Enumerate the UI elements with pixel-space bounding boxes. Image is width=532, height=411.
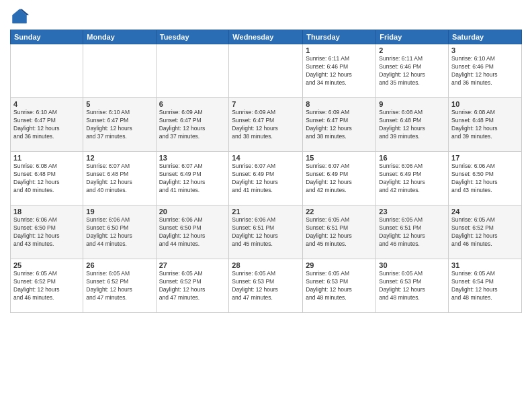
day-number: 22 bbox=[306, 208, 373, 216]
day-info: Sunrise: 6:06 AM Sunset: 6:50 PM Dayligh… bbox=[159, 216, 226, 248]
weekday-header-monday: Monday bbox=[83, 30, 156, 44]
day-cell: 9Sunrise: 6:08 AM Sunset: 6:48 PM Daylig… bbox=[376, 98, 449, 152]
day-info: Sunrise: 6:07 AM Sunset: 6:49 PM Dayligh… bbox=[232, 163, 300, 195]
day-info: Sunrise: 6:05 AM Sunset: 6:52 PM Dayligh… bbox=[86, 270, 152, 302]
day-number: 15 bbox=[306, 154, 373, 162]
day-number: 13 bbox=[159, 154, 226, 162]
day-info: Sunrise: 6:05 AM Sunset: 6:54 PM Dayligh… bbox=[451, 270, 519, 302]
day-info: Sunrise: 6:05 AM Sunset: 6:51 PM Dayligh… bbox=[306, 216, 373, 248]
day-cell: 10Sunrise: 6:08 AM Sunset: 6:48 PM Dayli… bbox=[449, 98, 522, 152]
day-cell: 31Sunrise: 6:05 AM Sunset: 6:54 PM Dayli… bbox=[449, 259, 522, 313]
day-cell: 2Sunrise: 6:11 AM Sunset: 6:46 PM Daylig… bbox=[376, 44, 449, 98]
day-cell: 11Sunrise: 6:08 AM Sunset: 6:48 PM Dayli… bbox=[11, 152, 83, 205]
day-info: Sunrise: 6:05 AM Sunset: 6:53 PM Dayligh… bbox=[306, 270, 373, 302]
svg-rect-2 bbox=[13, 15, 27, 23]
day-cell: 5Sunrise: 6:10 AM Sunset: 6:47 PM Daylig… bbox=[83, 98, 156, 152]
day-info: Sunrise: 6:09 AM Sunset: 6:47 PM Dayligh… bbox=[232, 109, 300, 141]
day-cell: 20Sunrise: 6:06 AM Sunset: 6:50 PM Dayli… bbox=[156, 205, 229, 259]
day-number: 28 bbox=[232, 261, 300, 269]
day-cell: 14Sunrise: 6:07 AM Sunset: 6:49 PM Dayli… bbox=[229, 152, 303, 205]
day-info: Sunrise: 6:08 AM Sunset: 6:48 PM Dayligh… bbox=[379, 109, 445, 141]
day-info: Sunrise: 6:06 AM Sunset: 6:50 PM Dayligh… bbox=[451, 163, 519, 195]
day-number: 8 bbox=[306, 100, 373, 108]
day-cell: 3Sunrise: 6:10 AM Sunset: 6:46 PM Daylig… bbox=[449, 44, 522, 98]
day-number: 25 bbox=[13, 261, 80, 269]
day-cell: 22Sunrise: 6:05 AM Sunset: 6:51 PM Dayli… bbox=[303, 205, 376, 259]
day-info: Sunrise: 6:09 AM Sunset: 6:47 PM Dayligh… bbox=[159, 109, 226, 141]
day-cell: 6Sunrise: 6:09 AM Sunset: 6:47 PM Daylig… bbox=[156, 98, 229, 152]
day-number: 17 bbox=[451, 154, 519, 162]
day-number: 30 bbox=[379, 261, 445, 269]
day-cell: 26Sunrise: 6:05 AM Sunset: 6:52 PM Dayli… bbox=[83, 259, 156, 313]
page: SundayMondayTuesdayWednesdayThursdayFrid… bbox=[0, 0, 532, 411]
day-number: 4 bbox=[13, 100, 80, 108]
day-info: Sunrise: 6:06 AM Sunset: 6:50 PM Dayligh… bbox=[86, 216, 152, 248]
day-number: 23 bbox=[379, 208, 445, 216]
day-number: 29 bbox=[306, 261, 373, 269]
day-info: Sunrise: 6:07 AM Sunset: 6:49 PM Dayligh… bbox=[306, 163, 373, 195]
day-cell: 19Sunrise: 6:06 AM Sunset: 6:50 PM Dayli… bbox=[83, 205, 156, 259]
day-number: 6 bbox=[159, 100, 226, 108]
day-info: Sunrise: 6:08 AM Sunset: 6:48 PM Dayligh… bbox=[13, 163, 80, 195]
day-cell: 27Sunrise: 6:05 AM Sunset: 6:52 PM Dayli… bbox=[156, 259, 229, 313]
calendar-table: SundayMondayTuesdayWednesdayThursdayFrid… bbox=[10, 30, 522, 313]
day-cell: 8Sunrise: 6:09 AM Sunset: 6:47 PM Daylig… bbox=[303, 98, 376, 152]
day-number: 7 bbox=[232, 100, 300, 108]
day-info: Sunrise: 6:06 AM Sunset: 6:51 PM Dayligh… bbox=[232, 216, 300, 248]
day-cell: 13Sunrise: 6:07 AM Sunset: 6:49 PM Dayli… bbox=[156, 152, 229, 205]
day-info: Sunrise: 6:09 AM Sunset: 6:47 PM Dayligh… bbox=[306, 109, 373, 141]
day-number: 12 bbox=[86, 154, 152, 162]
day-cell: 7Sunrise: 6:09 AM Sunset: 6:47 PM Daylig… bbox=[229, 98, 303, 152]
day-cell: 30Sunrise: 6:05 AM Sunset: 6:53 PM Dayli… bbox=[376, 259, 449, 313]
day-cell bbox=[11, 44, 83, 98]
weekday-header-tuesday: Tuesday bbox=[156, 30, 229, 44]
day-number: 24 bbox=[451, 208, 519, 216]
weekday-header-sunday: Sunday bbox=[11, 30, 83, 44]
day-info: Sunrise: 6:07 AM Sunset: 6:48 PM Dayligh… bbox=[86, 163, 152, 195]
day-number: 1 bbox=[306, 46, 373, 54]
day-number: 3 bbox=[451, 46, 519, 54]
day-info: Sunrise: 6:06 AM Sunset: 6:50 PM Dayligh… bbox=[13, 216, 80, 248]
weekday-header-thursday: Thursday bbox=[303, 30, 376, 44]
day-cell: 25Sunrise: 6:05 AM Sunset: 6:52 PM Dayli… bbox=[11, 259, 83, 313]
day-cell bbox=[229, 44, 303, 98]
day-number: 26 bbox=[86, 261, 152, 269]
weekday-header-saturday: Saturday bbox=[449, 30, 522, 44]
day-info: Sunrise: 6:10 AM Sunset: 6:47 PM Dayligh… bbox=[13, 109, 80, 141]
day-cell: 29Sunrise: 6:05 AM Sunset: 6:53 PM Dayli… bbox=[303, 259, 376, 313]
day-cell: 1Sunrise: 6:11 AM Sunset: 6:46 PM Daylig… bbox=[303, 44, 376, 98]
day-cell: 4Sunrise: 6:10 AM Sunset: 6:47 PM Daylig… bbox=[11, 98, 83, 152]
day-info: Sunrise: 6:05 AM Sunset: 6:53 PM Dayligh… bbox=[232, 270, 300, 302]
day-number: 5 bbox=[86, 100, 152, 108]
day-info: Sunrise: 6:10 AM Sunset: 6:47 PM Dayligh… bbox=[86, 109, 152, 141]
day-info: Sunrise: 6:06 AM Sunset: 6:49 PM Dayligh… bbox=[379, 163, 445, 195]
weekday-header-row: SundayMondayTuesdayWednesdayThursdayFrid… bbox=[11, 30, 522, 44]
day-cell: 17Sunrise: 6:06 AM Sunset: 6:50 PM Dayli… bbox=[449, 152, 522, 205]
day-cell: 28Sunrise: 6:05 AM Sunset: 6:53 PM Dayli… bbox=[229, 259, 303, 313]
week-row-5: 25Sunrise: 6:05 AM Sunset: 6:52 PM Dayli… bbox=[11, 259, 522, 313]
logo bbox=[10, 7, 32, 26]
day-number: 2 bbox=[379, 46, 445, 54]
day-cell: 12Sunrise: 6:07 AM Sunset: 6:48 PM Dayli… bbox=[83, 152, 156, 205]
day-info: Sunrise: 6:05 AM Sunset: 6:52 PM Dayligh… bbox=[13, 270, 80, 302]
day-info: Sunrise: 6:11 AM Sunset: 6:46 PM Dayligh… bbox=[306, 55, 373, 87]
day-cell: 24Sunrise: 6:05 AM Sunset: 6:52 PM Dayli… bbox=[449, 205, 522, 259]
day-cell bbox=[156, 44, 229, 98]
week-row-1: 1Sunrise: 6:11 AM Sunset: 6:46 PM Daylig… bbox=[11, 44, 522, 98]
week-row-2: 4Sunrise: 6:10 AM Sunset: 6:47 PM Daylig… bbox=[11, 98, 522, 152]
day-number: 21 bbox=[232, 208, 300, 216]
weekday-header-wednesday: Wednesday bbox=[229, 30, 303, 44]
header bbox=[10, 7, 522, 26]
day-cell bbox=[83, 44, 156, 98]
day-info: Sunrise: 6:05 AM Sunset: 6:52 PM Dayligh… bbox=[451, 216, 519, 248]
day-info: Sunrise: 6:05 AM Sunset: 6:52 PM Dayligh… bbox=[159, 270, 226, 302]
day-info: Sunrise: 6:05 AM Sunset: 6:51 PM Dayligh… bbox=[379, 216, 445, 248]
day-number: 20 bbox=[159, 208, 226, 216]
day-info: Sunrise: 6:08 AM Sunset: 6:48 PM Dayligh… bbox=[451, 109, 519, 141]
day-info: Sunrise: 6:10 AM Sunset: 6:46 PM Dayligh… bbox=[451, 55, 519, 87]
week-row-3: 11Sunrise: 6:08 AM Sunset: 6:48 PM Dayli… bbox=[11, 152, 522, 205]
day-info: Sunrise: 6:07 AM Sunset: 6:49 PM Dayligh… bbox=[159, 163, 226, 195]
day-number: 10 bbox=[451, 100, 519, 108]
day-cell: 21Sunrise: 6:06 AM Sunset: 6:51 PM Dayli… bbox=[229, 205, 303, 259]
day-info: Sunrise: 6:11 AM Sunset: 6:46 PM Dayligh… bbox=[379, 55, 445, 87]
